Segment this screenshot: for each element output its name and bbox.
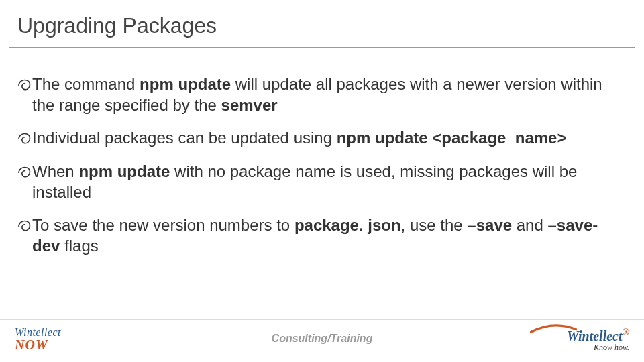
- bullet-swirl-icon: [16, 130, 32, 146]
- registered-mark-icon: ®: [623, 327, 629, 337]
- bullet-item: Individual packages can be updated using…: [16, 127, 620, 148]
- bullet-item: When npm update with no package name is …: [16, 161, 620, 202]
- title-underline: [9, 47, 635, 48]
- slide-title: Upgrading Packages: [17, 13, 217, 38]
- logo-right-wordmark: Wintellect: [567, 328, 623, 343]
- footer-center-text: Consulting/Training: [272, 333, 373, 345]
- bullet-text: When npm update with no package name is …: [32, 161, 620, 202]
- bullet-swirl-icon: [16, 164, 32, 180]
- logo-right-line1: Wintellect®: [567, 327, 629, 344]
- slide: Upgrading Packages The command npm updat…: [0, 0, 644, 362]
- bullet-text: To save the new version numbers to packa…: [32, 215, 620, 256]
- slide-footer: Wintellect NOW Consulting/Training Winte…: [0, 319, 644, 362]
- bullet-list: The command npm update will update all p…: [16, 74, 620, 268]
- bullet-swirl-icon: [16, 76, 32, 93]
- bullet-text: The command npm update will update all p…: [32, 74, 620, 115]
- bullet-text: Individual packages can be updated using…: [32, 127, 620, 148]
- wintellect-now-logo: Wintellect NOW: [15, 326, 61, 353]
- logo-left-line2: NOW: [15, 337, 61, 353]
- logo-right-tagline: Know how.: [567, 343, 629, 353]
- wintellect-logo: Wintellect® Know how.: [567, 327, 629, 353]
- bullet-swirl-icon: [16, 217, 32, 233]
- bullet-item: To save the new version numbers to packa…: [16, 215, 620, 256]
- bullet-item: The command npm update will update all p…: [16, 74, 620, 115]
